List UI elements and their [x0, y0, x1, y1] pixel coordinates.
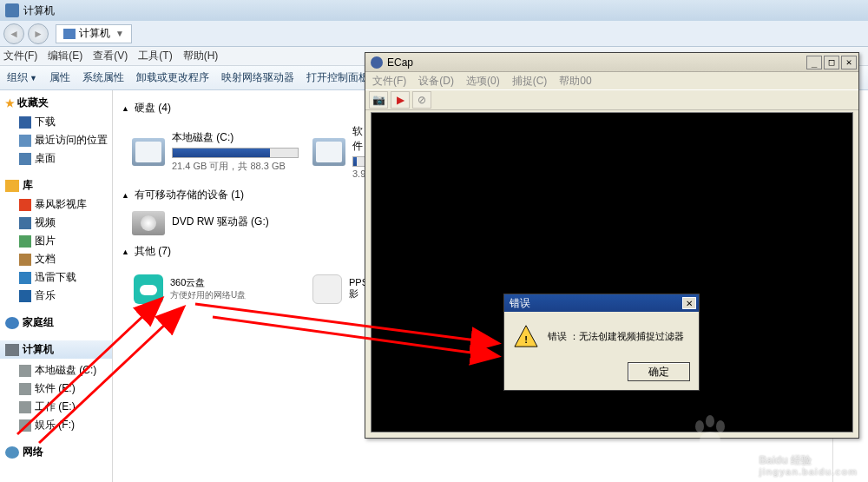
sidebar-item-baofeng[interactable]: 暴风影视库 — [5, 195, 112, 214]
collapse-icon: ▲ — [122, 191, 129, 200]
download-icon — [19, 116, 31, 129]
toolbar-organize[interactable]: 组织▼ — [7, 70, 37, 85]
ecap-menu-file[interactable]: 文件(F) — [372, 74, 406, 89]
other-360cloud[interactable]: 360云盘方便好用的网络U盘 — [128, 264, 302, 314]
sidebar-item-documents[interactable]: 文档 — [5, 250, 112, 268]
usage-bar — [172, 148, 299, 158]
hdd-icon — [132, 138, 165, 166]
svg-point-9 — [716, 420, 725, 432]
svg-point-10 — [700, 432, 720, 449]
error-message: 错误 ：无法创建视频捕捉过滤器 — [548, 330, 684, 343]
hdd-icon — [312, 138, 345, 166]
ecap-camera-button[interactable]: 📷 — [369, 91, 388, 109]
forward-button[interactable]: ► — [28, 23, 49, 44]
svg-point-8 — [706, 415, 714, 427]
error-dialog[interactable]: 错误 ✕ ! 错误 ：无法创建视频捕捉过滤器 确定 — [503, 294, 700, 391]
xunlei-icon — [19, 272, 31, 284]
sidebar-homegroup-head[interactable]: 家庭组 — [5, 315, 112, 330]
breadcrumb-label: 计算机 — [79, 26, 110, 41]
hdd-icon — [19, 365, 31, 377]
error-title: 错误 — [510, 296, 530, 311]
close-button[interactable]: ✕ — [841, 56, 857, 69]
sidebar-item-f[interactable]: 娱乐 (F:) — [5, 416, 112, 434]
window-title: 计算机 — [23, 3, 55, 18]
file-icon — [312, 274, 342, 304]
ecap-menu-device[interactable]: 设备(D) — [418, 74, 454, 89]
computer-icon — [5, 344, 19, 356]
sidebar: ★收藏夹 下载 最近访问的位置 桌面 库 暴风影视库 视频 图片 文档 迅雷下载… — [0, 90, 113, 482]
ecap-stop-button[interactable]: ⊘ — [412, 91, 431, 109]
explorer-title-bar: 计算机 — [0, 0, 868, 21]
menu-view[interactable]: 查看(V) — [93, 49, 128, 63]
ecap-menu-capture[interactable]: 捕捉(C) — [512, 74, 548, 89]
breadcrumb[interactable]: 计算机 ▼ — [56, 24, 132, 43]
sidebar-favorites-head[interactable]: ★收藏夹 — [5, 96, 112, 110]
ok-button[interactable]: 确定 — [628, 362, 690, 381]
nav-bar: ◄ ► 计算机 ▼ — [0, 21, 868, 47]
toolbar-properties[interactable]: 属性 — [49, 70, 70, 85]
sidebar-item-music[interactable]: 音乐 — [5, 287, 112, 305]
sidebar-libraries-head[interactable]: 库 — [5, 178, 112, 193]
back-button[interactable]: ◄ — [3, 23, 24, 44]
svg-text:!: ! — [524, 334, 528, 345]
minimize-button[interactable]: _ — [806, 56, 822, 69]
sidebar-item-pictures[interactable]: 图片 — [5, 232, 112, 250]
ecap-menu-bar: 文件(F) 设备(D) 选项(0) 捕捉(C) 帮助00 — [365, 72, 858, 89]
toolbar-sysprops[interactable]: 系统属性 — [82, 70, 124, 85]
sidebar-item-xunlei[interactable]: 迅雷下载 — [5, 268, 112, 287]
ecap-toolbar: 📷 ▶ ⊘ — [365, 89, 858, 110]
sidebar-network-head[interactable]: 网络 — [5, 445, 112, 459]
drive-text: 21.4 GB 可用，共 88.3 GB — [172, 160, 299, 173]
hdd-icon — [19, 383, 31, 395]
toolbar-cpanel[interactable]: 打开控制面板 — [306, 70, 369, 85]
drive-c[interactable]: 本地磁盘 (C:) 21.4 GB 可用，共 88.3 GB — [128, 121, 302, 182]
ecap-title: ECap — [387, 56, 413, 69]
sidebar-item-downloads[interactable]: 下载 — [5, 113, 112, 131]
menu-edit[interactable]: 编辑(E) — [48, 49, 82, 63]
ecap-menu-help[interactable]: 帮助00 — [559, 74, 591, 89]
drive-e[interactable]: 软件 3.93 — [309, 121, 370, 182]
dvd-name: DVD RW 驱动器 (G:) — [172, 215, 299, 229]
sidebar-item-recent[interactable]: 最近访问的位置 — [5, 131, 112, 149]
sidebar-computer-head[interactable]: 计算机 — [0, 340, 112, 359]
desktop-icon — [19, 153, 31, 165]
homegroup-icon — [5, 317, 19, 329]
menu-file[interactable]: 文件(F) — [3, 49, 37, 63]
ecap-icon — [371, 56, 383, 69]
star-icon: ★ — [5, 97, 15, 109]
computer-icon — [63, 29, 76, 39]
close-button[interactable]: ✕ — [682, 297, 696, 309]
svg-point-7 — [695, 420, 704, 432]
documents-icon — [19, 254, 31, 266]
menu-help[interactable]: 帮助(H) — [183, 49, 219, 63]
computer-icon — [5, 3, 19, 17]
sidebar-item-c[interactable]: 本地磁盘 (C:) — [5, 361, 112, 380]
menu-tools[interactable]: 工具(T) — [138, 49, 172, 63]
hdd-icon — [19, 401, 31, 413]
ecap-title-bar[interactable]: ECap _ □ ✕ — [365, 53, 858, 72]
ecap-play-button[interactable]: ▶ — [391, 91, 410, 109]
toolbar-mapnet[interactable]: 映射网络驱动器 — [221, 70, 294, 85]
music-icon — [19, 290, 31, 302]
warning-icon: ! — [513, 324, 539, 348]
toolbar-uninstall[interactable]: 卸载或更改程序 — [136, 70, 209, 85]
chevron-down-icon[interactable]: ▼ — [115, 29, 124, 38]
ecap-menu-options[interactable]: 选项(0) — [466, 74, 500, 89]
sidebar-item-e2[interactable]: 工作 (E:) — [5, 398, 112, 416]
drive-dvd[interactable]: DVD RW 驱动器 (G:) — [128, 208, 302, 239]
maximize-button[interactable]: □ — [824, 56, 839, 69]
pictures-icon — [19, 235, 31, 248]
error-title-bar[interactable]: 错误 ✕ — [504, 294, 699, 312]
other-pps[interactable]: PPS影 — [307, 264, 368, 314]
hdd-icon — [19, 419, 31, 432]
cloud-icon — [134, 274, 163, 304]
sidebar-item-desktop[interactable]: 桌面 — [5, 149, 112, 168]
dvd-icon — [132, 211, 165, 235]
collapse-icon: ▲ — [122, 104, 129, 113]
baidu-paw-icon — [689, 414, 729, 454]
drive-name: 本地磁盘 (C:) — [172, 130, 299, 145]
sidebar-item-e[interactable]: 软件 (E:) — [5, 380, 112, 398]
recent-icon — [19, 135, 31, 147]
sidebar-item-video[interactable]: 视频 — [5, 214, 112, 232]
library-icon — [5, 180, 19, 192]
